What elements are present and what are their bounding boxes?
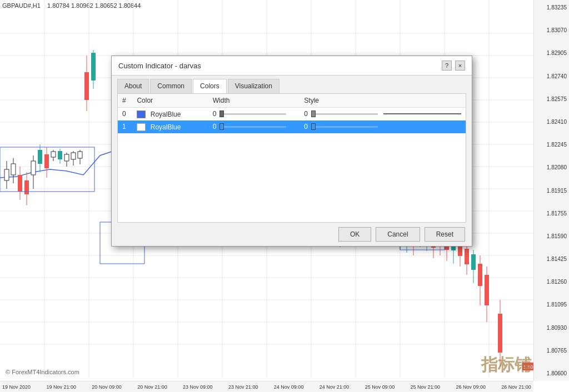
price-label-10: 1.81755 xyxy=(536,210,567,217)
tab-visualization[interactable]: Visualization xyxy=(228,79,279,93)
col-header-index: # xyxy=(118,94,132,108)
time-label-12: 26 Nov 21:00 xyxy=(501,384,531,390)
svg-rect-101 xyxy=(471,254,476,270)
price-label-9: 1.81915 xyxy=(536,188,567,194)
row0-style: 0 xyxy=(300,108,466,120)
svg-rect-37 xyxy=(38,150,42,164)
price-label-3: 1.82905 xyxy=(536,50,567,56)
reset-button[interactable]: Reset xyxy=(425,227,465,242)
cancel-button[interactable]: Cancel xyxy=(376,227,420,242)
price-label-15: 1.80930 xyxy=(536,325,567,331)
dialog-titlebar: Custom Indicator - darvas ? × xyxy=(112,56,472,76)
row0-index: 0 xyxy=(118,108,132,120)
table-row[interactable]: 1 RoyalBlue 0 xyxy=(118,120,466,133)
svg-rect-105 xyxy=(485,275,489,305)
row1-style-slider[interactable] xyxy=(311,126,378,128)
svg-rect-99 xyxy=(465,249,469,264)
svg-rect-53 xyxy=(91,53,96,81)
colors-table: # Color Width Style 0 RoyalBlue 0 xyxy=(118,94,466,133)
svg-rect-43 xyxy=(58,151,62,159)
svg-rect-27 xyxy=(4,169,9,180)
row1-index: 1 xyxy=(118,120,132,133)
tab-colors[interactable]: Colors xyxy=(193,79,227,93)
time-label-7: 24 Nov 09:00 xyxy=(274,384,304,390)
time-label-6: 23 Nov 21:00 xyxy=(228,384,258,390)
price-label-8: 1.82080 xyxy=(536,164,567,170)
col-header-color: Color xyxy=(132,94,208,108)
row1-width-slider[interactable] xyxy=(219,126,286,128)
svg-rect-51 xyxy=(84,72,89,100)
svg-rect-35 xyxy=(31,161,36,175)
dialog-title: Custom Indicator - darvas xyxy=(118,62,201,70)
row1-width-slider-row: 0 xyxy=(213,123,296,130)
svg-rect-31 xyxy=(18,175,22,192)
dialog: Custom Indicator - darvas ? × About Comm… xyxy=(111,56,472,247)
time-label-3: 20 Nov 09:00 xyxy=(92,384,122,390)
price-label-12: 1.81425 xyxy=(536,256,567,262)
row1-style-value: 0 xyxy=(304,123,308,130)
dialog-close-button[interactable]: × xyxy=(455,61,465,71)
svg-rect-33 xyxy=(24,180,29,194)
watermark-left: © ForexMT4Indicators.com xyxy=(6,369,79,375)
watermark-right: 指标铺 xyxy=(481,354,531,376)
row1-style: 0 xyxy=(300,120,466,133)
row0-color-swatch[interactable] xyxy=(137,110,146,118)
dialog-footer: OK Cancel Reset xyxy=(112,223,472,246)
row0-width-slider[interactable] xyxy=(219,113,286,115)
row1-color-swatch[interactable] xyxy=(137,123,146,131)
dialog-help-button[interactable]: ? xyxy=(442,61,452,71)
row0-color-name: RoyalBlue xyxy=(151,110,181,118)
time-label-1: 19 Nov 2020 xyxy=(2,384,31,390)
svg-rect-111 xyxy=(498,314,502,353)
price-label-14: 1.81095 xyxy=(536,301,567,308)
price-label-16: 1.80765 xyxy=(536,348,567,354)
row0-style-slider-row: 0 xyxy=(304,110,461,118)
price-label-7: 1.82245 xyxy=(536,142,567,148)
svg-rect-47 xyxy=(71,153,76,159)
tab-about[interactable]: About xyxy=(117,79,149,93)
svg-rect-29 xyxy=(11,164,16,175)
row1-color-name: RoyalBlue xyxy=(151,123,181,131)
row0-style-slider[interactable] xyxy=(311,113,378,115)
row1-width: 0 xyxy=(208,120,300,133)
price-label-17: 1.80600 xyxy=(536,370,567,376)
row0-color[interactable]: RoyalBlue xyxy=(132,108,208,120)
colors-table-header: # Color Width Style xyxy=(118,94,466,108)
price-label-2: 1.83070 xyxy=(536,27,567,33)
row0-width: 0 xyxy=(208,108,300,120)
col-header-width: Width xyxy=(208,94,300,108)
table-row[interactable]: 0 RoyalBlue 0 xyxy=(118,108,466,120)
row0-width-value: 0 xyxy=(213,110,217,118)
time-label-10: 25 Nov 21:00 xyxy=(411,384,441,390)
time-label-4: 20 Nov 21:00 xyxy=(137,384,167,390)
row1-color[interactable]: RoyalBlue xyxy=(132,120,208,133)
price-label-1: 1.83235 xyxy=(536,4,567,11)
svg-rect-103 xyxy=(478,264,482,286)
price-label-13: 1.81260 xyxy=(536,279,567,285)
price-label-5: 1.82575 xyxy=(536,96,567,102)
svg-rect-41 xyxy=(51,152,56,157)
tab-common[interactable]: Common xyxy=(150,79,192,93)
dialog-controls: ? × xyxy=(442,61,465,71)
svg-rect-39 xyxy=(44,154,49,168)
row1-style-line xyxy=(383,126,461,127)
svg-rect-45 xyxy=(64,154,69,161)
row0-style-line xyxy=(383,113,461,114)
price-label-4: 1.82740 xyxy=(536,73,567,79)
dialog-empty-area xyxy=(118,133,466,222)
dialog-content: # Color Width Style 0 RoyalBlue 0 xyxy=(117,93,466,223)
time-label-5: 23 Nov 09:00 xyxy=(183,384,213,390)
row1-style-slider-row: 0 xyxy=(304,123,461,130)
ok-button[interactable]: OK xyxy=(338,227,371,242)
time-axis: 19 Nov 2020 19 Nov 21:00 20 Nov 09:00 20… xyxy=(0,381,533,392)
svg-rect-49 xyxy=(78,152,82,158)
row0-width-slider-row: 0 xyxy=(213,110,296,118)
time-label-9: 25 Nov 09:00 xyxy=(365,384,395,390)
time-label-11: 26 Nov 09:00 xyxy=(456,384,486,390)
dialog-tabs: About Common Colors Visualization xyxy=(112,76,472,93)
price-label-11: 1.81590 xyxy=(536,233,567,239)
row0-style-value: 0 xyxy=(304,110,308,118)
price-axis: 1.83235 1.83070 1.82905 1.82740 1.82575 … xyxy=(533,0,569,381)
row1-width-value: 0 xyxy=(213,123,217,130)
col-header-style: Style xyxy=(300,94,466,108)
